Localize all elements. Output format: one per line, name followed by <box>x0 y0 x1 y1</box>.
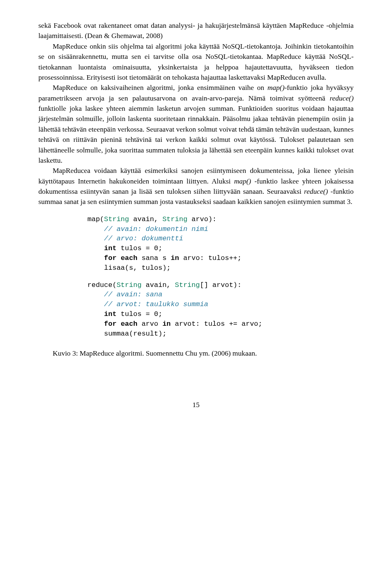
keyword-type: String <box>163 215 187 223</box>
figure-caption: Kuvio 3: MapReduce algoritmi. Suomennett… <box>38 348 354 358</box>
code-text: lisaa(s, tulos); <box>104 264 171 272</box>
code-text: arvo): <box>187 215 216 223</box>
code-text: avain, <box>129 215 163 223</box>
keyword-for: for <box>104 254 117 262</box>
text: funktiolle joka laskee yhteen aiemmin la… <box>38 104 354 164</box>
code-text: sana s <box>137 254 171 262</box>
code-text: arvo <box>137 320 162 328</box>
text: sekä Facebook ovat rakentaneet omat data… <box>38 21 354 40</box>
keyword-in: in <box>171 254 179 262</box>
text: MapReduce on kaksivaiheinen algoritmi, j… <box>53 83 267 92</box>
text: MapReduce onkin siis ohjelma tai algorit… <box>38 42 354 81</box>
code-text: tulos = 0; <box>116 244 162 252</box>
page-number: 15 <box>38 400 354 410</box>
keyword-int: int <box>104 244 117 252</box>
italic-map: map() <box>234 177 251 185</box>
italic-reduce: reduce() <box>330 94 354 102</box>
caption-text: Kuvio 3: MapReduce algoritmi. Suomennett… <box>53 349 257 357</box>
code-text: [] arvot): <box>200 281 241 289</box>
keyword-type: String <box>175 281 200 289</box>
comment: // avain: sana <box>104 291 163 298</box>
keyword-in: in <box>163 320 171 328</box>
code-block-map: map(String avain, String arvo): // avain… <box>87 215 354 273</box>
keyword-type: String <box>116 281 141 289</box>
code-text: summaa(result); <box>104 330 167 338</box>
italic-reduce: reduce() <box>304 187 328 195</box>
code-text: avain, <box>142 281 175 289</box>
code-text: arvot: tulos += arvo; <box>171 320 262 328</box>
code-text: tulos = 0; <box>116 310 162 318</box>
paragraph-3: MapReduce on kaksivaiheinen algoritmi, j… <box>38 83 354 166</box>
comment: // arvot: taulukko summia <box>104 300 208 308</box>
paragraph-4: MapReducea voidaan käyttää esimerkiksi s… <box>38 166 354 207</box>
comment: // avain: dokumentin nimi <box>104 225 208 233</box>
keyword-int: int <box>104 310 117 318</box>
keyword-each: each <box>121 320 138 328</box>
paragraph-2: MapReduce onkin siis ohjelma tai algorit… <box>38 41 354 83</box>
keyword-each: each <box>121 254 138 262</box>
code-text: arvo: tulos++; <box>179 254 241 262</box>
paragraph-1: sekä Facebook ovat rakentaneet omat data… <box>38 20 354 41</box>
code-text: reduce( <box>87 281 116 289</box>
code-text: map( <box>87 215 104 223</box>
keyword-type: String <box>104 215 129 223</box>
code-block-reduce: reduce(String avain, String[] arvot): //… <box>87 280 354 339</box>
italic-map: map() <box>267 83 285 92</box>
comment: // arvo: dokumentti <box>104 235 183 242</box>
keyword-for: for <box>104 320 117 328</box>
